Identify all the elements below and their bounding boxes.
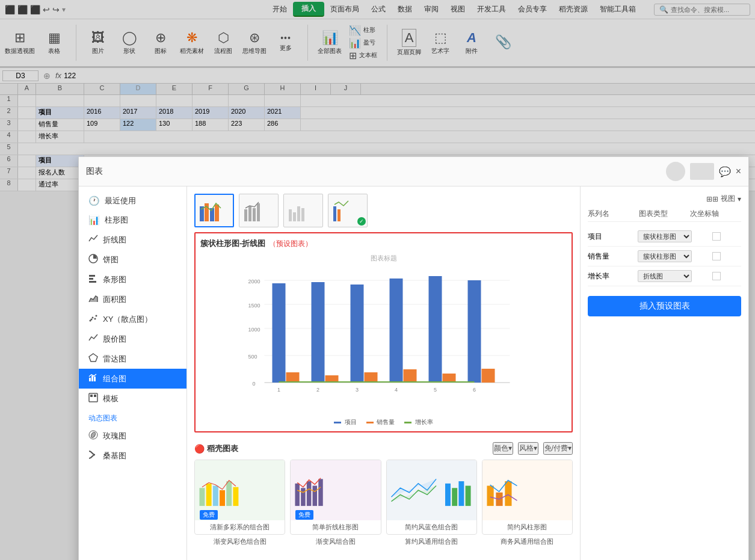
dialog-close-button[interactable]: × xyxy=(736,166,741,177)
center-panel: ✓ 簇状柱形图-折线图 （预设图表） 图表标题 2000 1500 xyxy=(187,186,580,191)
dialog-header: 图表 💬 × xyxy=(79,157,748,186)
dialog-overlay[interactable]: 图表 💬 × 🕐 最近使用 📊 柱形图 xyxy=(0,0,755,191)
chat-icon[interactable]: 💬 xyxy=(719,166,731,177)
dialog-top-right: 💬 × xyxy=(666,162,741,181)
dialog-title: 图表 xyxy=(86,166,103,177)
left-panel: 🕐 最近使用 📊 柱形图 折线图 饼图 xyxy=(79,186,187,191)
chart-dialog: 图表 💬 × 🕐 最近使用 📊 柱形图 xyxy=(78,156,749,191)
user-avatar xyxy=(666,162,685,181)
right-panel: ⊞⊞ 视图 ▾ 系列名 图表类型 次坐标轴 项目 簇状柱形图 折线图 xyxy=(580,186,748,191)
user-avatar-2 xyxy=(690,163,714,180)
dialog-body: 🕐 最近使用 📊 柱形图 折线图 饼图 xyxy=(79,186,748,191)
